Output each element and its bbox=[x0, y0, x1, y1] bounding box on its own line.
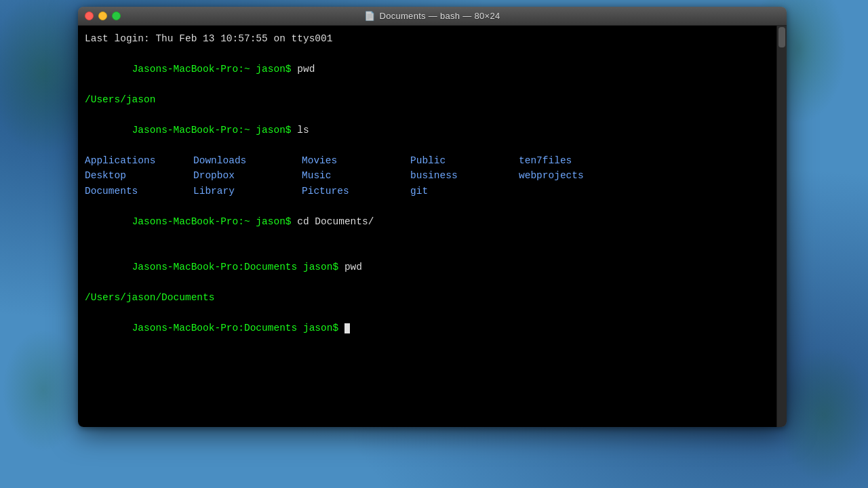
path-line-1: /Users/jason bbox=[85, 92, 770, 107]
minimize-button[interactable] bbox=[98, 12, 107, 20]
prompt-4: Jasons-MacBook-Pro:Documents jason$ bbox=[132, 262, 344, 272]
scrollbar-thumb[interactable] bbox=[778, 27, 785, 47]
prompt-3: Jasons-MacBook-Pro:~ jason$ bbox=[132, 216, 298, 227]
window-title: Documents — bash — 80×24 bbox=[379, 11, 500, 21]
ls-output: Applications Downloads Movies Public ten… bbox=[85, 153, 770, 199]
list-item: Pictures bbox=[302, 184, 410, 199]
list-item: Public bbox=[410, 153, 519, 168]
active-prompt-line[interactable]: Jasons-MacBook-Pro:Documents jason$ bbox=[85, 305, 770, 350]
cursor bbox=[344, 323, 350, 333]
cmd-line-2: Jasons-MacBook-Pro:~ jason$ ls bbox=[85, 107, 770, 152]
list-item: webprojects bbox=[519, 168, 627, 183]
prompt-2: Jasons-MacBook-Pro:~ jason$ bbox=[132, 125, 298, 136]
prompt-1: Jasons-MacBook-Pro:~ jason$ bbox=[132, 64, 298, 75]
cmd-2-text: ls bbox=[297, 125, 309, 136]
path-line-2: /Users/jason/Documents bbox=[85, 290, 770, 305]
terminal-icon: 📄 bbox=[364, 11, 375, 22]
list-item: business bbox=[410, 168, 519, 183]
list-item: Documents bbox=[85, 184, 193, 199]
cmd-4-text: pwd bbox=[344, 262, 362, 272]
window-controls bbox=[85, 12, 121, 20]
cmd-line-3: Jasons-MacBook-Pro:~ jason$ cd Documents… bbox=[85, 199, 770, 244]
maximize-button[interactable] bbox=[112, 12, 121, 20]
terminal-window: 📄 Documents — bash — 80×24 Last login: T… bbox=[78, 7, 787, 427]
list-item: Music bbox=[302, 168, 410, 183]
desktop: 📄 Documents — bash — 80×24 Last login: T… bbox=[0, 0, 868, 488]
list-item: ten7files bbox=[519, 153, 627, 168]
cmd-line-1: Jasons-MacBook-Pro:~ jason$ pwd bbox=[85, 46, 770, 92]
list-item: Dropbox bbox=[193, 168, 302, 183]
cmd-line-4: Jasons-MacBook-Pro:Documents jason$ pwd bbox=[85, 245, 770, 290]
scrollbar[interactable] bbox=[776, 26, 787, 427]
cmd-3-text: cd Documents/ bbox=[297, 216, 374, 227]
list-item: Applications bbox=[85, 153, 193, 168]
prompt-5: Jasons-MacBook-Pro:Documents jason$ bbox=[132, 323, 344, 333]
cmd-1-text: pwd bbox=[297, 64, 315, 75]
close-button[interactable] bbox=[85, 12, 94, 20]
last-login-line: Last login: Thu Feb 13 10:57:55 on ttys0… bbox=[85, 31, 770, 46]
list-item: Desktop bbox=[85, 168, 193, 183]
list-item bbox=[519, 184, 627, 199]
list-item: Downloads bbox=[193, 153, 302, 168]
list-item: git bbox=[410, 184, 519, 199]
title-bar: 📄 Documents — bash — 80×24 bbox=[78, 7, 787, 26]
terminal-body[interactable]: Last login: Thu Feb 13 10:57:55 on ttys0… bbox=[78, 26, 776, 427]
list-item: Library bbox=[193, 184, 302, 199]
list-item: Movies bbox=[302, 153, 410, 168]
